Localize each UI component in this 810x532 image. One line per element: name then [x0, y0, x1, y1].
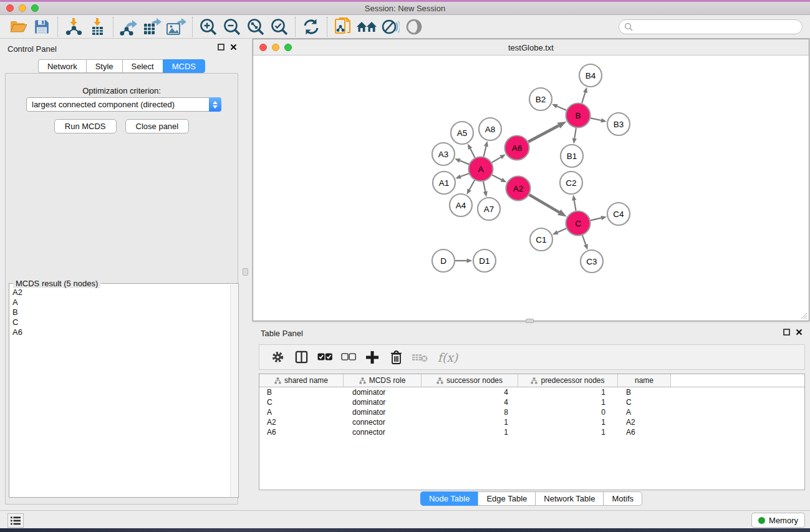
tab-select[interactable]: Select: [122, 59, 163, 73]
node-C1[interactable]: C1: [530, 228, 552, 251]
table-cell[interactable]: connector: [344, 427, 422, 437]
horizontal-splitter-handle[interactable]: [526, 319, 534, 323]
edge-C-C2[interactable]: [572, 195, 576, 211]
tab-mcds[interactable]: MCDS: [163, 59, 205, 73]
edge-C-C1[interactable]: [552, 228, 566, 235]
column-header-MCDS-role[interactable]: MCDS role: [344, 374, 422, 387]
network-canvas[interactable]: AA1A3A4A5A7A8A6A2BB1B2B3B4CC1C2C3C4DD1: [253, 56, 809, 321]
node-A1[interactable]: A1: [433, 172, 455, 194]
edge-A-A2[interactable]: [492, 175, 506, 182]
edge-A-A6[interactable]: [492, 155, 506, 163]
table-cell[interactable]: 1: [518, 417, 618, 427]
vertical-splitter-handle[interactable]: [243, 268, 248, 276]
zoom-selected-button[interactable]: [268, 16, 291, 37]
table-cell[interactable]: A6: [259, 427, 344, 437]
table-cell[interactable]: C: [618, 397, 671, 407]
birdseye-view-button[interactable]: [402, 16, 426, 37]
save-session-button[interactable]: [30, 16, 54, 37]
search-box[interactable]: [619, 19, 803, 34]
edge-C-C3[interactable]: [582, 235, 588, 249]
delete-table-button[interactable]: [409, 347, 430, 368]
add-row-button[interactable]: [362, 347, 383, 368]
node-D[interactable]: D: [432, 249, 455, 272]
select-all-rows-button[interactable]: [314, 347, 335, 368]
edge-A-A5[interactable]: [468, 143, 475, 157]
import-table-button[interactable]: [85, 16, 109, 37]
table-cell[interactable]: A: [618, 407, 671, 417]
tab-network[interactable]: Network: [38, 59, 86, 73]
node-A4[interactable]: A4: [450, 194, 472, 216]
tab-motifs[interactable]: Motifs: [603, 491, 642, 506]
edge-D-D1[interactable]: [455, 258, 473, 263]
result-scrollbar[interactable]: [230, 284, 238, 496]
mcds-result-item[interactable]: A2: [10, 288, 229, 297]
table-cell[interactable]: A2: [259, 417, 344, 427]
table-row[interactable]: Cdominator41C: [259, 397, 804, 407]
table-row[interactable]: A2connector11A2: [259, 417, 804, 427]
node-B[interactable]: B: [566, 104, 591, 128]
function-builder-button[interactable]: f(x): [433, 347, 463, 368]
close-table-panel-icon[interactable]: [796, 329, 803, 336]
node-C[interactable]: C: [566, 211, 591, 236]
table-cell[interactable]: 4: [422, 387, 518, 397]
table-cell[interactable]: 4: [422, 397, 518, 407]
task-history-button[interactable]: [7, 513, 24, 528]
mcds-result-item[interactable]: A6: [10, 327, 229, 337]
mcds-result-item[interactable]: A: [10, 297, 229, 307]
node-B1[interactable]: B1: [561, 145, 583, 167]
hide-graphics-details-button[interactable]: [378, 16, 402, 37]
edge-A2-C[interactable]: [529, 195, 567, 216]
export-network-button[interactable]: [117, 16, 141, 37]
import-network-button[interactable]: [62, 16, 85, 37]
table-cell[interactable]: dominator: [344, 397, 422, 407]
search-input[interactable]: [633, 21, 797, 32]
edge-C-C4[interactable]: [591, 216, 607, 220]
edge-A-A4[interactable]: [466, 180, 475, 195]
memory-button[interactable]: Memory: [751, 513, 805, 528]
node-C3[interactable]: C3: [581, 250, 603, 273]
table-cell[interactable]: 1: [518, 427, 618, 437]
refresh-network-button[interactable]: [299, 16, 323, 37]
table-cell[interactable]: 0: [518, 407, 618, 417]
edge-A-A1[interactable]: [455, 173, 469, 178]
delete-row-button[interactable]: [385, 347, 407, 368]
table-cell[interactable]: 1: [518, 397, 618, 407]
column-visibility-button[interactable]: [291, 347, 312, 368]
zoom-in-button[interactable]: [196, 16, 220, 37]
close-panel-button[interactable]: Close panel: [125, 119, 190, 133]
export-image-button[interactable]: [165, 16, 188, 37]
edge-B-B3[interactable]: [591, 118, 607, 122]
home-button[interactable]: [355, 16, 378, 37]
table-cell[interactable]: A2: [618, 417, 671, 427]
node-A8[interactable]: A8: [479, 118, 501, 140]
run-mcds-button[interactable]: Run MCDS: [54, 119, 117, 133]
open-session-button[interactable]: [6, 16, 30, 37]
resize-grip-icon[interactable]: [800, 312, 808, 319]
table-cell[interactable]: A: [259, 407, 344, 417]
node-A5[interactable]: A5: [451, 122, 473, 144]
edge-A6-B[interactable]: [528, 122, 566, 142]
edge-B-B2[interactable]: [552, 104, 566, 110]
tab-node-table[interactable]: Node Table: [420, 491, 478, 506]
mcds-result-item[interactable]: C: [10, 317, 229, 327]
table-cell[interactable]: dominator: [344, 387, 422, 397]
node-B4[interactable]: B4: [579, 64, 602, 87]
table-cell[interactable]: connector: [344, 417, 422, 427]
column-header-name[interactable]: name: [618, 374, 671, 387]
table-cell[interactable]: 1: [422, 427, 518, 437]
zoom-fit-button[interactable]: [244, 16, 268, 37]
float-panel-icon[interactable]: [218, 44, 224, 51]
node-D1[interactable]: D1: [473, 249, 496, 272]
deselect-all-rows-button[interactable]: [338, 347, 359, 368]
table-cell[interactable]: A6: [618, 427, 671, 437]
table-cell[interactable]: C: [259, 397, 344, 407]
table-cell[interactable]: B: [618, 387, 671, 397]
edge-A-A8[interactable]: [484, 141, 488, 157]
tab-network-table[interactable]: Network Table: [535, 491, 603, 506]
node-C2[interactable]: C2: [560, 172, 582, 194]
table-cell[interactable]: dominator: [344, 407, 422, 417]
node-A6[interactable]: A6: [505, 136, 529, 160]
node-A[interactable]: A: [469, 157, 493, 181]
export-table-button[interactable]: [141, 16, 165, 37]
table-cell[interactable]: B: [259, 387, 344, 397]
